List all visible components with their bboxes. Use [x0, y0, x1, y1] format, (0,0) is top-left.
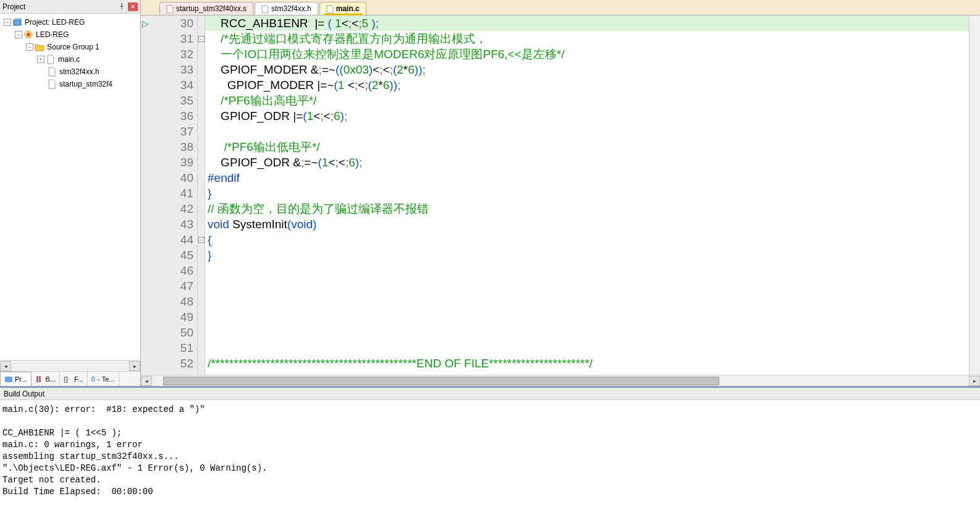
func-tab-icon: {}	[64, 375, 72, 383]
tab-label: main.c	[336, 4, 360, 13]
code-line[interactable]: /*PF6输出低电平*/	[205, 139, 969, 155]
tab-label: F...	[74, 375, 83, 383]
pin-icon[interactable]	[118, 2, 127, 11]
code-line[interactable]: void SystemInit(void)	[205, 216, 969, 232]
tab-label: Te...	[102, 375, 115, 383]
fold-icon[interactable]: −	[198, 36, 205, 42]
scroll-thumb[interactable]	[163, 377, 719, 385]
code-line[interactable]: /***************************************…	[205, 356, 969, 371]
code-line[interactable]	[205, 263, 969, 278]
project-panel: Project ✕ − Project: LED-REG − LED	[0, 0, 141, 386]
tree-group[interactable]: − Source Group 1	[0, 41, 140, 53]
code-line[interactable]: /*先通过端口模式寄存器配置方向为通用输出模式，	[205, 31, 969, 46]
tab-label: Pr...	[15, 375, 27, 383]
scroll-right-icon[interactable]: ▸	[129, 361, 140, 371]
file-icon	[326, 5, 334, 12]
code-line[interactable]: GPIOF_MODER |=~(1 <;<;(2*6));	[205, 77, 969, 93]
editor-tab-main[interactable]: main.c	[319, 2, 366, 15]
svg-point-2	[27, 33, 30, 36]
expand-icon[interactable]: +	[37, 56, 44, 63]
build-output-text[interactable]: main.c(30): error: #18: expected a ")" C…	[0, 400, 980, 502]
file-icon	[46, 54, 56, 64]
editor-tab-header[interactable]: stm32f4xx.h	[255, 2, 318, 15]
svg-rect-4	[36, 376, 38, 382]
project-h-scrollbar[interactable]: ◂ ▸	[0, 360, 140, 371]
editor-tab-startup[interactable]: startup_stm32f40xx.s	[159, 2, 253, 15]
project-tab-icon	[4, 375, 13, 383]
svg-text:{}: {}	[64, 375, 69, 383]
code-line[interactable]	[205, 124, 969, 139]
editor-v-scrollbar[interactable]	[969, 15, 980, 375]
code-line[interactable]	[205, 325, 969, 340]
books-tab-icon	[35, 375, 44, 383]
project-bottom-tabs: Pr... B... {} F... 0→ Te...	[0, 371, 140, 386]
code-line[interactable]	[205, 294, 969, 309]
tab-label: startup_stm32f40xx.s	[176, 4, 247, 13]
file-icon	[47, 67, 57, 77]
svg-rect-5	[39, 376, 41, 382]
code-line[interactable]	[205, 278, 969, 294]
file-icon	[261, 5, 269, 12]
expand-icon[interactable]: −	[15, 31, 22, 38]
tree-label: Source Group 1	[47, 43, 99, 51]
tab-functions[interactable]: {} F...	[60, 372, 88, 386]
file-icon	[47, 79, 57, 89]
build-output-title: Build Output	[0, 388, 980, 400]
expand-icon[interactable]: −	[26, 43, 33, 51]
fold-icon[interactable]: −	[198, 237, 205, 243]
code-line[interactable]: // 函数为空，目的是为了骗过编译器不报错	[205, 201, 969, 216]
tab-project[interactable]: Pr...	[0, 372, 32, 386]
tree-label: stm32f4xx.h	[59, 67, 99, 76]
code-line[interactable]: /*PF6输出高电平*/	[205, 93, 969, 108]
code-line[interactable]: GPIOF_ODR &;=~(1<;<;6);	[205, 155, 969, 170]
folder-icon	[35, 42, 44, 52]
code-editor[interactable]: 30▷3132333435363738394041424344454647484…	[141, 15, 980, 375]
close-panel-icon[interactable]: ✕	[128, 2, 138, 11]
tab-templates[interactable]: 0→ Te...	[88, 372, 119, 386]
tree-label: startup_stm32f4	[59, 80, 112, 88]
scroll-left-icon[interactable]: ◂	[141, 376, 152, 386]
tab-label: B...	[46, 375, 56, 383]
tree-label: LED-REG	[36, 30, 69, 39]
tree-file[interactable]: startup_stm32f4	[0, 78, 140, 90]
file-icon	[166, 5, 174, 12]
svg-rect-3	[5, 377, 12, 382]
expand-icon[interactable]: −	[4, 19, 11, 26]
project-tree[interactable]: − Project: LED-REG − LED-REG − Source Gr…	[0, 14, 140, 360]
tab-books[interactable]: B...	[32, 372, 61, 386]
line-number-gutter: 30▷3132333435363738394041424344454647484…	[141, 15, 198, 375]
target-icon	[23, 30, 33, 40]
code-line[interactable]: {	[205, 232, 969, 247]
scroll-left-icon[interactable]: ◂	[0, 361, 11, 371]
tree-file[interactable]: stm32f4xx.h	[0, 66, 140, 78]
project-panel-title: Project	[2, 2, 25, 11]
editor-tabs: startup_stm32f40xx.s stm32f4xx.h main.c	[141, 0, 980, 15]
editor-area: startup_stm32f40xx.s stm32f4xx.h main.c …	[141, 0, 980, 386]
code-line[interactable]: GPIOF_ODR |=(1<;<;6);	[205, 108, 969, 124]
scroll-right-icon[interactable]: ▸	[969, 376, 980, 386]
code-content[interactable]: RCC_AHB1ENR |= ( 1<;<;5 ); /*先通过端口模式寄存器配…	[205, 15, 969, 375]
fold-column[interactable]: −−	[198, 15, 205, 375]
editor-h-scrollbar[interactable]: ◂ ▸	[141, 375, 980, 386]
code-line[interactable]: GPIOF_MODER &;=~((0x03)<;<;(2*6));	[205, 62, 969, 77]
tree-label: main.c	[58, 55, 80, 64]
tree-label: Project: LED-REG	[25, 18, 85, 27]
project-icon	[12, 17, 22, 27]
code-line[interactable]: 一个IO口用两位来控制这里是MODER6对应原理图PF6,<<是左移*/	[205, 46, 969, 62]
svg-rect-0	[14, 20, 21, 25]
code-line[interactable]	[205, 340, 969, 356]
tab-label: stm32f4xx.h	[271, 4, 311, 13]
code-line[interactable]: #endif	[205, 170, 969, 186]
code-line[interactable]: RCC_AHB1ENR |= ( 1<;<;5 );	[205, 15, 969, 31]
code-line[interactable]: }	[205, 186, 969, 201]
build-output-panel: Build Output main.c(30): error: #18: exp…	[0, 387, 980, 502]
tree-root[interactable]: − Project: LED-REG	[0, 16, 140, 28]
code-line[interactable]	[205, 309, 969, 325]
tree-target[interactable]: − LED-REG	[0, 28, 140, 41]
breakpoint-icon[interactable]: ▷	[142, 15, 149, 31]
project-panel-header: Project ✕	[0, 0, 140, 14]
code-line[interactable]: }	[205, 247, 969, 263]
svg-text:0→: 0→	[91, 376, 100, 383]
tree-file[interactable]: + main.c	[0, 53, 140, 66]
template-tab-icon: 0→	[91, 375, 100, 383]
